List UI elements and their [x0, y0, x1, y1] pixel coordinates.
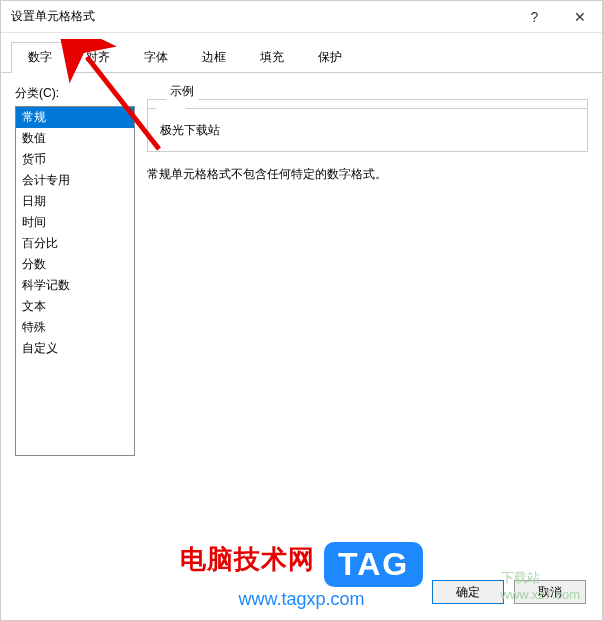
- category-item-scientific[interactable]: 科学记数: [16, 275, 134, 296]
- tab-protection[interactable]: 保护: [301, 42, 359, 73]
- category-item-fraction[interactable]: 分数: [16, 254, 134, 275]
- category-item-special[interactable]: 特殊: [16, 317, 134, 338]
- tab-number[interactable]: 数字: [11, 42, 69, 73]
- category-item-date[interactable]: 日期: [16, 191, 134, 212]
- category-item-accounting[interactable]: 会计专用: [16, 170, 134, 191]
- category-item-text[interactable]: 文本: [16, 296, 134, 317]
- sample-label: 示例: [166, 83, 198, 100]
- window-title: 设置单元格格式: [11, 8, 512, 25]
- sample-box: 示例 极光下载站: [147, 91, 588, 152]
- category-item-custom[interactable]: 自定义: [16, 338, 134, 359]
- sample-value: 极光下载站: [160, 122, 575, 139]
- content-area: 分类(C): 常规 数值 货币 会计专用 日期 时间 百分比 分数 科学记数 文…: [1, 73, 602, 573]
- tab-strip: 数字 对齐 字体 边框 填充 保护: [1, 33, 602, 73]
- category-list[interactable]: 常规 数值 货币 会计专用 日期 时间 百分比 分数 科学记数 文本 特殊 自定…: [15, 106, 135, 456]
- category-label: 分类(C):: [15, 85, 135, 102]
- dialog-footer: 确定 取消: [432, 580, 586, 604]
- help-button[interactable]: ?: [512, 1, 557, 33]
- tab-fill[interactable]: 填充: [243, 42, 301, 73]
- category-item-number[interactable]: 数值: [16, 128, 134, 149]
- category-column: 分类(C): 常规 数值 货币 会计专用 日期 时间 百分比 分数 科学记数 文…: [15, 85, 135, 561]
- detail-column: 示例 极光下载站 常规单元格格式不包含任何特定的数字格式。: [147, 85, 588, 561]
- tab-border[interactable]: 边框: [185, 42, 243, 73]
- close-button[interactable]: ✕: [557, 1, 602, 33]
- tab-alignment[interactable]: 对齐: [69, 42, 127, 73]
- category-item-percentage[interactable]: 百分比: [16, 233, 134, 254]
- category-item-general[interactable]: 常规: [16, 107, 134, 128]
- cancel-button[interactable]: 取消: [514, 580, 586, 604]
- format-description: 常规单元格格式不包含任何特定的数字格式。: [147, 166, 588, 183]
- ok-button[interactable]: 确定: [432, 580, 504, 604]
- titlebar: 设置单元格格式 ? ✕: [1, 1, 602, 33]
- category-item-time[interactable]: 时间: [16, 212, 134, 233]
- tab-font[interactable]: 字体: [127, 42, 185, 73]
- category-item-currency[interactable]: 货币: [16, 149, 134, 170]
